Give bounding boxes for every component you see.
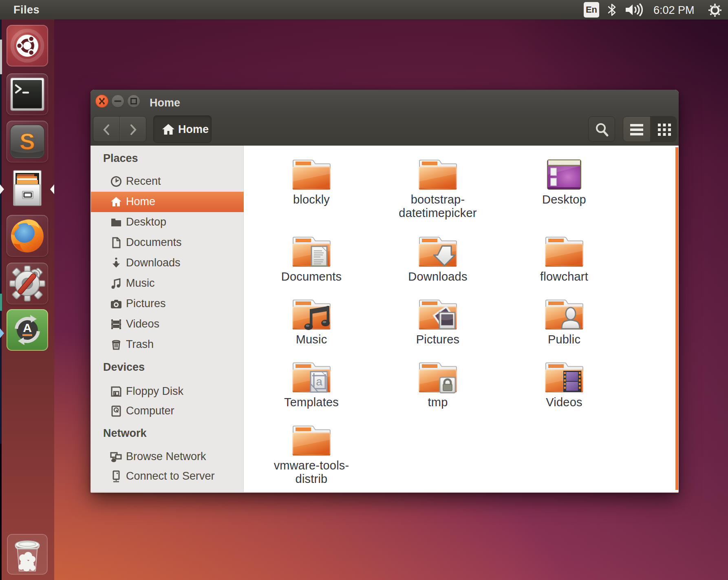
svg-text:A: A — [23, 321, 32, 334]
svg-text:a: a — [316, 375, 322, 388]
svg-text:S: S — [20, 128, 35, 154]
